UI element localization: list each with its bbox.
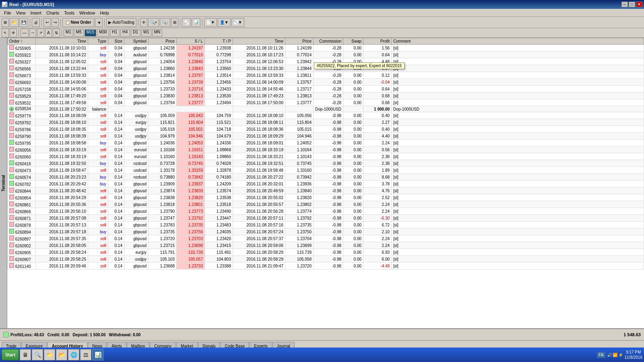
toolbar-zoom-in[interactable]: 🔍+ [148, 18, 159, 27]
cell-price2: 0.73942 [285, 174, 314, 181]
toolbar-chart1[interactable]: 📈 [182, 18, 191, 27]
new-order-button[interactable]: 📋 New Order [62, 18, 94, 27]
cell-time2: 2016.11.08 20:55:02 [233, 194, 285, 201]
cell-commission: -0.98 [314, 126, 343, 133]
cell-type: sell [88, 58, 108, 65]
taskbar-mt4[interactable]: 📊 [92, 349, 103, 360]
taskbar-chrome[interactable]: 🌐 [68, 349, 79, 360]
cell-price2: 105.015 [285, 126, 314, 133]
text-tool[interactable]: A [45, 29, 52, 37]
cell-price2: 1.23844 [285, 65, 314, 72]
col-header-tp[interactable]: T / P [205, 38, 233, 45]
col-header-symbol[interactable]: Symbol [124, 38, 149, 45]
menu-view[interactable]: View [14, 10, 28, 16]
cell-tp: 0.74180 [205, 174, 233, 181]
col-header-type[interactable]: Type [88, 38, 108, 45]
col-header-time2[interactable]: Time [233, 38, 285, 45]
taskbar-files[interactable]: 📂 [56, 349, 67, 360]
row-icon [9, 100, 14, 105]
window-controls[interactable]: ─ □ ✕ [621, 2, 642, 7]
toolbar-templates[interactable]: 📄▼ [204, 18, 217, 27]
cell-size: 0.04 [108, 93, 124, 99]
minimize-button[interactable]: ─ [621, 2, 628, 7]
toolbar-save[interactable]: 💾 [19, 18, 28, 27]
cell-price2: 115.739 [285, 249, 314, 256]
cell-price2: 1.23811 [285, 72, 314, 79]
taskbar-folder[interactable]: 📁 [44, 349, 55, 360]
col-header-price[interactable]: Price [149, 38, 177, 45]
crosshair-tool[interactable]: ✛ [10, 29, 17, 37]
cell-size: 0.14 [108, 187, 124, 194]
toolbar-open[interactable]: 📂 [10, 18, 19, 27]
cell-comment: [sl] [392, 222, 644, 228]
cell-time2: 2016.11.08 17:49:23 [233, 93, 285, 99]
cursor-tool[interactable]: ↖ [2, 29, 9, 37]
tf-h4[interactable]: H4 [120, 29, 130, 37]
line-tool[interactable]: — [21, 29, 29, 37]
toolbar-grid[interactable]: ⊞ [171, 18, 178, 27]
taskbar-app2[interactable]: ⚖ [80, 349, 91, 360]
cell-symbol: gbpusd [124, 45, 149, 51]
tf-m30[interactable]: M30 [97, 29, 109, 37]
tf-mn[interactable]: MN [152, 29, 163, 37]
taskbar-search[interactable]: 🔍 [32, 349, 43, 360]
menu-tools[interactable]: Tools [62, 10, 77, 16]
trend-tool[interactable]: ↗ [37, 29, 44, 37]
hline-tool[interactable]: ─ [29, 29, 36, 37]
col-header-order[interactable]: Order ↑ [8, 38, 36, 45]
cell-tp: 115.491 [205, 249, 233, 256]
cell-commission: -0.28 [314, 79, 343, 86]
col-header-sl[interactable]: S / L [177, 38, 205, 45]
toolbar-undo[interactable]: ↩ [43, 18, 51, 27]
col-header-commission[interactable]: Commission [314, 38, 343, 45]
toolbar-zoom-out[interactable]: 🔍- [160, 18, 170, 27]
cell-size: 0.04 [108, 79, 124, 86]
table-row: 6260871 2016.11.08 20:57:08 sell 0.14 gb… [8, 215, 644, 222]
cell-time: 2016.11.08 20:29:42 [36, 181, 88, 187]
start-button[interactable]: Start [2, 349, 19, 360]
toolbar-indicators[interactable]: 📉▼ [231, 18, 244, 27]
col-header-swap[interactable]: Swap [343, 38, 363, 45]
scroll-area[interactable]: Order ↑ Time Type Size Symbol Price S / … [7, 38, 644, 269]
tf-m1[interactable]: M1 [64, 29, 73, 37]
cell-time: 2016.11.08 20:59:46 [36, 263, 88, 269]
taskbar-explorer[interactable]: 🖥 [20, 349, 31, 360]
col-header-price2[interactable]: Price [285, 38, 314, 45]
cell-profit: 2.52 [363, 194, 392, 201]
tf-m5[interactable]: M5 [74, 29, 84, 37]
table-row: 6259532 2016.11.08 17:49:58 sell 0.04 gb… [8, 99, 644, 106]
toolbar-profiles[interactable]: 👤▼ [218, 18, 231, 27]
menu-insert[interactable]: Insert [28, 10, 44, 16]
cell-swap: 0.00 [343, 93, 363, 99]
close-button[interactable]: ✕ [636, 2, 642, 7]
menu-charts[interactable]: Charts [44, 10, 62, 16]
cell-time2: 2016.11.08 18:08:11 [233, 119, 285, 126]
col-header-comment[interactable]: Comment [392, 38, 644, 45]
col-header-time[interactable]: Time [36, 38, 88, 45]
cell-type: sell [88, 126, 108, 133]
toolbar-chart2[interactable]: 📊 [192, 18, 200, 27]
cell-time: 2016.11.08 18:33:19 [36, 153, 88, 160]
arrow-tool[interactable]: ⇅ [53, 29, 60, 37]
tf-d1[interactable]: D1 [131, 29, 140, 37]
menu-file[interactable]: File [2, 10, 14, 16]
toolbar-print[interactable]: 🖨 [32, 18, 40, 27]
menu-window[interactable]: Window [77, 10, 97, 16]
auto-trading-button[interactable]: ▶ AutoTrading [106, 18, 136, 27]
toolbar-new[interactable]: ⊞ [2, 18, 9, 27]
col-header-size[interactable]: Size [108, 38, 124, 45]
toolbar-crosshair[interactable]: ✛ [140, 18, 147, 27]
table-row: 6260905 2016.11.08 20:58:24 sell 0.14 eu… [8, 249, 644, 256]
cell-order: 6261140 [8, 263, 36, 269]
tf-h1[interactable]: H1 [110, 29, 120, 37]
cell-size: 0.04 [108, 65, 124, 72]
maximize-button[interactable]: □ [629, 2, 635, 7]
cell-comment: Dop-1000USD [392, 106, 644, 112]
col-header-profit[interactable]: Profit [363, 38, 392, 45]
tf-m15[interactable]: M15 [85, 29, 96, 37]
cell-price2: 1.23774 [285, 208, 314, 215]
toolbar-arrow[interactable]: ◄ [95, 18, 103, 27]
tf-w1[interactable]: W1 [141, 29, 151, 37]
menu-help[interactable]: Help [97, 10, 111, 16]
toolbar-redo[interactable]: ↪ [52, 18, 59, 27]
